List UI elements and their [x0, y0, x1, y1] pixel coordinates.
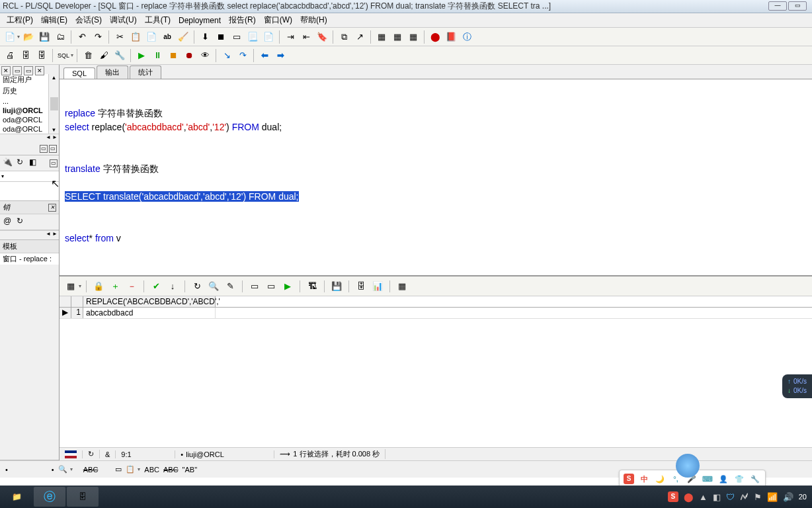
maximize-button[interactable]: ▭ [788, 1, 807, 11]
tray-volume-icon[interactable]: 🔊 [783, 492, 793, 502]
add-row-icon[interactable]: ＋ [108, 279, 122, 294]
tray-rec-icon[interactable]: ⬤ [684, 492, 694, 502]
ime-moon-icon[interactable]: 🌙 [654, 473, 666, 485]
bt-copy-icon[interactable]: 📋 [126, 465, 135, 474]
ime-wrench-icon[interactable]: 🔧 [749, 473, 761, 485]
watch-icon[interactable]: 👁 [198, 48, 212, 63]
clear-icon[interactable]: 🧹 [176, 30, 190, 44]
refresh-icon[interactable]: ↻ [190, 279, 204, 294]
ref-icon[interactable]: ↻ [14, 157, 26, 169]
results-grid[interactable]: REPLACE('ABCACBDBACD','ABCD',' ▶ 1 abcac… [60, 296, 812, 447]
menu-session[interactable]: 会话(S) [71, 13, 106, 27]
minimize-button[interactable]: — [768, 1, 787, 11]
menu-report[interactable]: 报告(R) [225, 13, 260, 27]
cell-value[interactable]: abcacbdbacd [83, 308, 216, 318]
next-icon[interactable]: ▶ [280, 279, 295, 294]
tray-app-icon[interactable]: ◧ [713, 492, 721, 502]
panel-opt-icon[interactable]: ▭ [50, 159, 58, 167]
forward-icon[interactable]: ➡ [273, 48, 288, 63]
obj-icon[interactable]: ◧ [26, 157, 38, 169]
hscroll[interactable]: ◄ ► [0, 134, 59, 143]
step-icon[interactable]: ⬇ [198, 30, 212, 44]
tray-up-icon[interactable]: ▲ [699, 492, 708, 502]
restore-tab-icon[interactable]: ▭ [13, 66, 22, 75]
bt-abc-strike2[interactable]: ABC [163, 466, 179, 474]
objects-tree[interactable] [0, 182, 59, 200]
saveall-icon[interactable]: 🗂 [53, 30, 67, 44]
bt-abc2[interactable]: ABC [144, 466, 159, 474]
redo-icon[interactable]: ↷ [91, 30, 105, 44]
compare-icon[interactable]: ⧉ [337, 30, 351, 44]
taskbar-explorer[interactable]: 📁 [1, 487, 32, 507]
ref2-icon[interactable]: ↻ [14, 216, 26, 228]
tray-sogou-icon[interactable]: S [668, 491, 678, 502]
struct-icon[interactable]: 🏗 [305, 279, 319, 294]
lock-icon[interactable]: 🔒 [91, 279, 106, 294]
window-list-item[interactable]: 窗口 - replace : [0, 253, 59, 265]
table-row[interactable]: ▶ 1 abcacbdbacd [60, 308, 812, 319]
tab-stats[interactable]: 统计 [130, 65, 161, 79]
cut-icon[interactable]: ✂ [112, 30, 127, 44]
break-icon[interactable]: ⏺ [182, 48, 196, 63]
tray-wifi-icon[interactable]: 📶 [767, 492, 778, 502]
bt-ab-quote[interactable]: "AB" [183, 466, 197, 474]
new-icon[interactable]: 📄 [3, 30, 17, 44]
table-icon[interactable]: ▦ [395, 279, 409, 294]
grid3-icon[interactable]: ▦ [406, 30, 421, 44]
save-icon[interactable]: 💾 [37, 30, 52, 44]
commit-icon[interactable]: ✔ [149, 279, 163, 294]
stepinto-icon[interactable]: ↘ [220, 48, 234, 63]
scroll-down-icon[interactable]: ▼ [52, 127, 57, 133]
settings-icon[interactable]: 🔧 [112, 48, 127, 63]
scrollbar-thumb[interactable] [50, 97, 58, 110]
rec-icon[interactable]: ⬤ [428, 30, 442, 44]
row-marker-icon[interactable]: ▶ [60, 308, 71, 318]
pause-icon[interactable]: ⏸ [150, 48, 165, 63]
ime-zhong-icon[interactable]: 中 [638, 473, 650, 485]
filter-input[interactable]: ▾ [0, 171, 59, 182]
chart-icon[interactable]: 📊 [370, 279, 385, 294]
plug-icon[interactable]: 🔌 [1, 157, 13, 169]
tab-output[interactable]: 输出 [97, 65, 128, 79]
status-refresh[interactable]: ↻ [83, 450, 100, 458]
doc-icon[interactable]: 📃 [245, 30, 260, 44]
tray-flag-icon[interactable]: ⚑ [754, 492, 762, 502]
open-icon[interactable]: 📂 [21, 30, 36, 44]
indent-icon[interactable]: ⇥ [283, 30, 298, 44]
scroll-up-icon[interactable]: ▲ [52, 75, 57, 81]
db2-icon[interactable]: 🗄 [34, 48, 49, 63]
back-icon[interactable]: ⬅ [257, 48, 272, 63]
taskbar-plsql[interactable]: 🗄 [67, 487, 99, 507]
menu-project[interactable]: 工程(P) [3, 13, 37, 27]
ime-user-icon[interactable]: 👤 [717, 473, 729, 485]
sql-icon[interactable]: SQL [56, 48, 71, 63]
sql-editor[interactable]: replace 字符串替换函数 select replace('abcacbdb… [60, 79, 812, 275]
grid-view-icon[interactable]: ▦ [63, 279, 78, 294]
menu-debug[interactable]: 调试(U) [106, 13, 141, 27]
copy-icon[interactable]: 📋 [128, 30, 143, 44]
grid2-icon[interactable]: ▦ [390, 30, 405, 44]
sogou-icon[interactable]: S [624, 474, 634, 484]
history-item[interactable]: 历史 [0, 85, 48, 97]
multi-icon[interactable]: ▭ [264, 279, 278, 294]
stop2-icon[interactable]: ⏹ [166, 48, 181, 63]
menu-deployment[interactable]: Deployment [175, 15, 225, 26]
doc2-icon[interactable]: 📄 [261, 30, 276, 44]
stop-icon[interactable]: ⏹ [214, 30, 228, 44]
bt-abc-strike[interactable]: ABC [83, 466, 99, 474]
bt-sq1-icon[interactable]: ▭ [115, 465, 122, 474]
dropdown-icon[interactable]: ▾ [70, 466, 73, 472]
single-icon[interactable]: ▭ [247, 279, 262, 294]
play-icon[interactable]: ▶ [134, 48, 149, 63]
fixed-user-item[interactable]: 固定用户 [0, 74, 48, 85]
bt-dot2-icon[interactable]: • [52, 466, 54, 474]
book-icon[interactable]: 📕 [444, 30, 458, 44]
uppercase-icon[interactable]: ab [160, 30, 175, 44]
post-icon[interactable]: ↓ [165, 279, 180, 294]
menu-edit[interactable]: 编辑(E) [37, 13, 71, 27]
ime-keyboard-icon[interactable]: ⌨ [702, 473, 713, 485]
info-icon[interactable]: ⓘ [460, 30, 474, 44]
outdent-icon[interactable]: ⇤ [299, 30, 313, 44]
db1-icon[interactable]: 🗄 [19, 48, 33, 63]
close-panel-icon[interactable]: ✕ [48, 204, 56, 212]
